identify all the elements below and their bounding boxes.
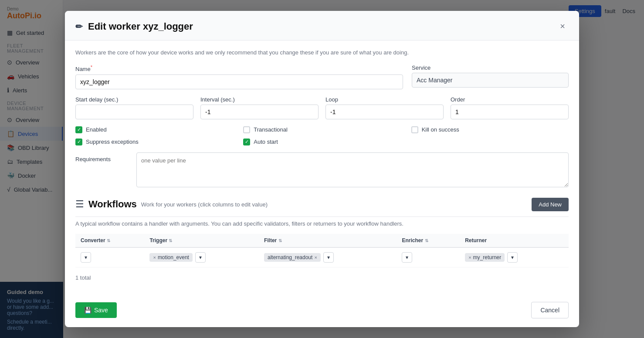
- col-header-converter[interactable]: Converter ⇅: [75, 234, 144, 247]
- workflows-icon: ☰: [75, 199, 84, 210]
- loop-group: Loop: [325, 96, 444, 119]
- loop-label: Loop: [325, 96, 444, 103]
- name-service-row: Name* Service: [75, 64, 569, 89]
- suppress-exceptions-checkbox-item[interactable]: Suppress exceptions: [75, 139, 233, 145]
- trigger-tag-group: × motion_event ▾: [149, 252, 254, 263]
- enricher-dropdown[interactable]: ▾: [402, 252, 412, 263]
- service-label: Service: [412, 64, 569, 71]
- returner-tag-group: × my_returner ▾: [465, 252, 563, 263]
- loop-input[interactable]: [325, 105, 444, 119]
- workflows-section: ☰ Workflows Work for your workers (click…: [75, 198, 569, 288]
- enabled-checkbox-item[interactable]: Enabled: [75, 126, 233, 133]
- sort-icon-converter: ⇅: [107, 238, 110, 243]
- converter-dropdown[interactable]: ▾: [81, 252, 91, 263]
- cell-filter: alternating_readout × ▾: [259, 247, 397, 267]
- interval-group: Interval (sec.): [200, 96, 319, 119]
- kill-on-success-label: Kill on success: [422, 126, 459, 133]
- cell-returner: × my_returner ▾: [460, 247, 569, 267]
- modal-body: Workers are the core of how your device …: [65, 41, 579, 296]
- workflows-title: Workflows: [88, 199, 137, 210]
- modal-header: ✏ Edit worker xyz_logger ×: [65, 11, 579, 41]
- total-count: 1 total: [75, 271, 569, 288]
- cell-trigger: × motion_event ▾: [144, 247, 259, 267]
- workflows-description: A typical workflow contains a handler wi…: [75, 220, 569, 227]
- service-input[interactable]: [412, 73, 569, 88]
- order-group: Order: [451, 96, 569, 119]
- workflows-header: ☰ Workflows Work for your workers (click…: [75, 198, 569, 217]
- requirements-label: Requirements: [75, 152, 128, 162]
- table-row: ▾ × motion_event ▾: [75, 247, 569, 267]
- modal-title: ✏ Edit worker xyz_logger: [75, 21, 193, 32]
- start-delay-label: Start delay (sec.): [75, 96, 193, 103]
- save-label: Save: [94, 307, 108, 314]
- name-group: Name*: [75, 64, 403, 89]
- interval-input[interactable]: [200, 105, 319, 119]
- modal-overlay: ✏ Edit worker xyz_logger × Workers are t…: [0, 0, 644, 338]
- cell-converter: ▾: [75, 247, 144, 267]
- start-delay-input[interactable]: [75, 105, 193, 119]
- transactional-checkbox[interactable]: [243, 126, 250, 133]
- requirements-section: Requirements: [75, 152, 569, 187]
- workflows-subtitle: Work for your workers (click columns to …: [141, 201, 268, 208]
- suppress-exceptions-label: Suppress exceptions: [86, 139, 139, 145]
- enricher-tag-group: ▾: [402, 252, 454, 263]
- edit-worker-modal: ✏ Edit worker xyz_logger × Workers are t…: [65, 11, 579, 327]
- returner-tag-label: my_returner: [473, 254, 502, 260]
- remove-filter-tag[interactable]: ×: [314, 255, 317, 260]
- filter-tag-alternating: alternating_readout ×: [264, 253, 321, 262]
- name-label: Name*: [75, 64, 403, 72]
- start-delay-group: Start delay (sec.): [75, 96, 193, 119]
- col-header-returner[interactable]: Returner: [460, 234, 569, 247]
- order-label: Order: [451, 96, 569, 103]
- cancel-button[interactable]: Cancel: [531, 302, 569, 318]
- auto-start-checkbox-item[interactable]: Auto start: [243, 139, 400, 145]
- kill-on-success-checkbox[interactable]: [411, 126, 418, 133]
- modal-title-text: Edit worker xyz_logger: [88, 21, 193, 32]
- workflows-title-group: ☰ Workflows Work for your workers (click…: [75, 199, 268, 210]
- timing-row: Start delay (sec.) Interval (sec.) Loop …: [75, 96, 569, 119]
- interval-label: Interval (sec.): [200, 96, 319, 103]
- col-header-filter[interactable]: Filter ⇅: [259, 234, 397, 247]
- sort-icon-trigger: ⇅: [169, 238, 172, 243]
- enabled-label: Enabled: [86, 126, 107, 133]
- remove-trigger-tag[interactable]: ×: [153, 255, 156, 260]
- auto-start-label: Auto start: [254, 139, 278, 145]
- save-icon: 💾: [84, 307, 92, 314]
- auto-start-checkbox[interactable]: [243, 139, 250, 145]
- enabled-checkbox[interactable]: [75, 126, 82, 133]
- converter-tag-group: ▾: [81, 252, 139, 263]
- modal-close-button[interactable]: ×: [556, 20, 569, 33]
- returner-dropdown[interactable]: ▾: [507, 252, 518, 263]
- suppress-exceptions-checkbox[interactable]: [75, 139, 82, 145]
- workflows-table: Converter ⇅ Trigger ⇅ Filter ⇅: [75, 234, 569, 267]
- table-header-row: Converter ⇅ Trigger ⇅ Filter ⇅: [75, 234, 569, 247]
- cell-enricher: ▾: [397, 247, 460, 267]
- remove-returner-tag[interactable]: ×: [468, 255, 471, 260]
- modal-description: Workers are the core of how your device …: [75, 49, 569, 56]
- modal-footer: 💾 Save Cancel: [65, 297, 579, 327]
- filter-dropdown[interactable]: ▾: [323, 252, 334, 263]
- checkbox-group: Enabled Transactional Kill on success Su…: [75, 126, 569, 145]
- sort-icon-enricher: ⇅: [425, 238, 428, 243]
- trigger-tag-label: motion_event: [158, 254, 189, 260]
- transactional-label: Transactional: [254, 126, 288, 133]
- col-header-enricher[interactable]: Enricher ⇅: [397, 234, 460, 247]
- order-input[interactable]: [451, 105, 569, 119]
- trigger-tag-motion-event: × motion_event: [149, 253, 192, 262]
- filter-tag-label: alternating_readout: [268, 254, 312, 260]
- add-new-button[interactable]: Add New: [532, 198, 569, 211]
- edit-icon: ✏: [75, 21, 83, 32]
- trigger-dropdown[interactable]: ▾: [195, 252, 206, 263]
- transactional-checkbox-item[interactable]: Transactional: [243, 126, 400, 133]
- returner-tag-my-returner: × my_returner: [465, 253, 505, 262]
- kill-on-success-checkbox-item[interactable]: Kill on success: [411, 126, 569, 133]
- name-input[interactable]: [75, 74, 403, 89]
- service-group: Service: [412, 64, 569, 88]
- sort-icon-filter: ⇅: [278, 238, 282, 243]
- save-button[interactable]: 💾 Save: [75, 302, 117, 318]
- filter-tag-group: alternating_readout × ▾: [264, 252, 392, 263]
- requirements-textarea[interactable]: [136, 152, 569, 187]
- col-header-trigger[interactable]: Trigger ⇅: [144, 234, 259, 247]
